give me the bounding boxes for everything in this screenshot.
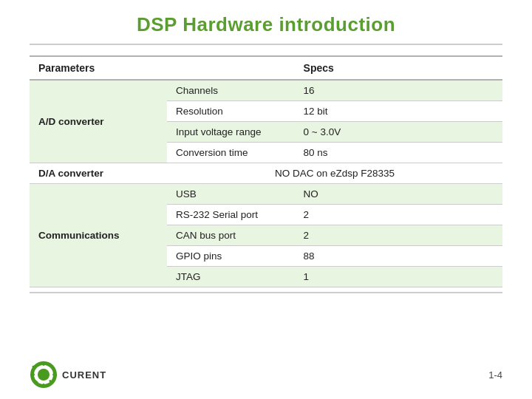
spec-channels: 16 (295, 80, 502, 101)
logo-text: CURENT (62, 369, 106, 381)
spec-can: 2 (295, 225, 502, 246)
sub-label-channels: Channels (167, 80, 295, 101)
spec-gpio: 88 (295, 246, 502, 267)
sub-label-jtag: JTAG (167, 267, 295, 287)
table-header-row: Parameters Specs (30, 56, 502, 80)
main-table: Parameters Specs A/D converter Channels … (30, 55, 502, 287)
table-row: Communications USB NO (30, 184, 502, 205)
page-number: 1-4 (488, 369, 502, 381)
spec-voltage: 0 ~ 3.0V (295, 122, 502, 143)
sub-label-can: CAN bus port (167, 225, 295, 246)
sub-label-rs232: RS-232 Serial port (167, 205, 295, 225)
svg-rect-4 (43, 383, 45, 388)
svg-rect-5 (30, 374, 35, 376)
col-header-specs: Specs (295, 56, 502, 80)
table-wrapper: Parameters Specs A/D converter Channels … (30, 55, 502, 287)
group-label-da: D/A converter (30, 163, 167, 184)
spec-jtag: 1 (295, 267, 502, 287)
footer: CURENT 1-4 (0, 361, 532, 389)
divider-bottom (30, 292, 502, 293)
spec-usb: NO (295, 184, 502, 205)
svg-point-2 (38, 369, 50, 381)
spec-resolution: 12 bit (295, 101, 502, 122)
sub-label-resolution: Resolution (167, 101, 295, 122)
page-title: DSP Hardware introduction (0, 0, 532, 44)
curent-logo-icon (30, 361, 58, 389)
sub-label-usb: USB (167, 184, 295, 205)
sub-label-gpio: GPIO pins (167, 246, 295, 267)
spec-da: NO DAC on eZdsp F28335 (167, 163, 502, 184)
logo-area: CURENT (30, 361, 106, 389)
col-header-parameters: Parameters (30, 56, 295, 80)
group-label-comm: Communications (30, 184, 167, 287)
sub-label-voltage: Input voltage range (167, 122, 295, 143)
group-label-ad: A/D converter (30, 80, 167, 163)
spec-conversion: 80 ns (295, 143, 502, 163)
table-row: A/D converter Channels 16 (30, 80, 502, 101)
divider-top (30, 44, 502, 45)
table-row: D/A converter NO DAC on eZdsp F28335 (30, 163, 502, 184)
spec-rs232: 2 (295, 205, 502, 225)
svg-rect-6 (52, 374, 57, 376)
svg-rect-3 (43, 361, 45, 366)
sub-label-conversion: Conversion time (167, 143, 295, 163)
